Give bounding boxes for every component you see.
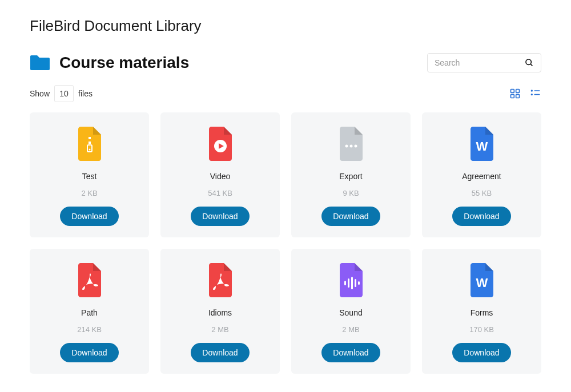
file-card: Path 214 KB Download — [30, 249, 149, 374]
svg-rect-3 — [516, 90, 520, 93]
count-input[interactable] — [54, 85, 74, 102]
file-size: 214 KB — [77, 325, 102, 334]
svg-rect-21 — [351, 277, 353, 289]
file-type-word-icon: W — [468, 125, 496, 161]
file-type-generic-icon — [337, 125, 365, 161]
svg-point-8 — [531, 94, 533, 95]
view-toggle-group — [509, 88, 541, 99]
file-name: Idioms — [208, 308, 232, 317]
folder-icon — [30, 54, 50, 71]
file-type-audio-icon — [337, 261, 365, 298]
file-size: 2 MB — [211, 325, 228, 334]
svg-rect-7 — [534, 90, 540, 91]
svg-rect-5 — [516, 95, 520, 98]
files-label: files — [78, 89, 93, 98]
file-type-pdf-icon — [76, 261, 103, 298]
svg-point-13 — [89, 149, 90, 151]
file-card: Idioms 2 MB Download — [160, 249, 280, 374]
file-name: Agreement — [462, 172, 501, 181]
svg-point-0 — [526, 59, 531, 64]
search-button[interactable] — [525, 58, 534, 67]
svg-rect-9 — [534, 94, 540, 95]
folder-heading: Course materials — [30, 54, 189, 72]
search-box[interactable] — [427, 53, 541, 72]
download-button[interactable]: Download — [321, 343, 380, 362]
download-button[interactable]: Download — [321, 207, 380, 226]
file-type-video-icon — [207, 125, 234, 161]
file-name: Export — [339, 172, 362, 181]
file-size: 55 KB — [472, 189, 492, 197]
list-view-button[interactable] — [530, 88, 541, 99]
download-button[interactable]: Download — [60, 343, 118, 362]
svg-rect-23 — [358, 281, 360, 285]
svg-text:W: W — [476, 276, 488, 290]
file-size: 2 KB — [81, 189, 97, 197]
svg-point-15 — [345, 145, 348, 148]
file-name: Forms — [471, 308, 493, 317]
download-button[interactable]: Download — [452, 343, 510, 362]
file-type-zip-icon — [76, 125, 103, 161]
download-button[interactable]: Download — [60, 207, 118, 226]
file-size: 9 KB — [343, 189, 359, 197]
library-title: FileBird Document Library — [30, 17, 541, 35]
svg-rect-19 — [344, 281, 346, 285]
file-name: Path — [81, 308, 98, 317]
file-card: Test 2 KB Download — [30, 112, 149, 237]
download-button[interactable]: Download — [452, 207, 510, 226]
svg-rect-2 — [511, 90, 514, 93]
file-card: W Forms 170 KB Download — [422, 249, 541, 374]
file-name: Test — [82, 172, 97, 181]
file-name: Sound — [339, 308, 362, 317]
svg-rect-22 — [355, 279, 356, 287]
show-label: Show — [30, 89, 50, 98]
svg-point-6 — [531, 90, 533, 91]
svg-rect-20 — [348, 278, 349, 288]
file-card: Sound 2 MB Download — [291, 249, 411, 374]
file-size: 541 KB — [208, 189, 232, 197]
file-size: 170 KB — [469, 325, 494, 334]
svg-point-17 — [354, 145, 357, 148]
download-button[interactable]: Download — [191, 343, 249, 362]
file-card: Video 541 KB Download — [160, 112, 280, 237]
grid-icon — [509, 88, 521, 99]
file-card: W Agreement 55 KB Download — [422, 112, 541, 237]
folder-header-row: Course materials — [30, 53, 541, 72]
file-card: Export 9 KB Download — [291, 112, 411, 237]
svg-line-1 — [530, 64, 532, 66]
svg-rect-10 — [89, 137, 91, 139]
svg-rect-11 — [89, 142, 91, 144]
svg-point-16 — [349, 145, 352, 148]
file-grid: Test 2 KB Download Video 541 KB Download… — [30, 112, 541, 374]
controls-row: Show files — [30, 85, 541, 102]
folder-name: Course materials — [59, 54, 189, 72]
download-button[interactable]: Download — [191, 207, 249, 226]
file-name: Video — [210, 172, 231, 181]
search-input[interactable] — [435, 58, 514, 67]
svg-text:W: W — [476, 139, 488, 153]
file-type-pdf-icon — [207, 261, 234, 298]
search-icon — [525, 58, 534, 67]
file-size: 2 MB — [342, 325, 359, 334]
list-icon — [530, 88, 541, 99]
show-count-control: Show files — [30, 85, 93, 102]
file-type-word-icon: W — [468, 261, 496, 298]
svg-rect-4 — [511, 95, 514, 98]
grid-view-button[interactable] — [509, 88, 521, 99]
